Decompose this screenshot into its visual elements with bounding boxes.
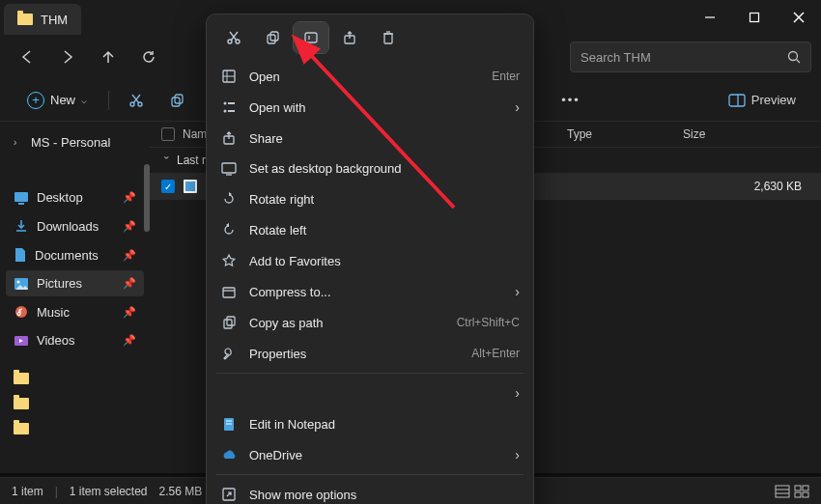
sidebar-item-music[interactable]: Music 📌 [6,298,144,325]
video-icon [14,334,29,348]
preview-icon [728,94,746,107]
preview-button[interactable]: Preview [719,87,806,113]
svg-rect-11 [175,95,183,103]
search-input[interactable]: Search THM [570,42,811,72]
menu-rotate-right[interactable]: Rotate right [207,183,533,214]
minimize-button[interactable] [688,0,732,35]
header-size[interactable]: Size [683,127,809,141]
expand-icon [220,487,238,502]
menu-label: Rotate right [249,192,520,207]
svg-rect-50 [223,288,235,297]
sidebar-folder[interactable] [6,392,144,415]
window-controls [688,0,821,35]
svg-rect-46 [228,110,235,112]
more-button[interactable]: ••• [553,83,588,118]
svg-rect-36 [305,33,317,42]
svg-rect-28 [795,492,801,497]
owner-label: MS - Personal [31,135,110,150]
sidebar-item-pictures[interactable]: Pictures 📌 [6,270,144,296]
sidebar-item-label: Videos [37,333,75,348]
menu-favorites[interactable]: Add to Favorites [207,245,533,276]
menu-label: Compress to... [249,285,503,299]
checkbox-icon[interactable]: ✓ [161,180,175,193]
music-icon [14,304,29,320]
menu-share[interactable]: Share [207,123,533,154]
select-all-checkbox[interactable] [161,127,175,141]
svg-point-19 [15,306,27,318]
chevron-right-icon: › [515,385,520,401]
sidebar: › MS - Personal Desktop 📌 Downloads 📌 Do… [0,122,150,473]
menu-shortcut: Alt+Enter [471,347,520,360]
sidebar-item-videos[interactable]: Videos 📌 [6,327,144,353]
back-button[interactable] [10,40,44,74]
svg-point-44 [224,110,227,113]
sidebar-item-label: Music [37,305,70,320]
menu-open[interactable]: Open Enter [207,61,533,92]
menu-set-background[interactable]: Set as desktop background [207,154,533,183]
svg-rect-29 [803,492,808,497]
wrench-icon [220,346,238,361]
menu-shortcut: Enter [492,70,520,83]
pin-icon: 📌 [123,277,136,290]
pin-icon: 📌 [123,191,136,204]
plus-icon: + [27,92,44,109]
rename-button[interactable] [294,22,328,53]
svg-rect-22 [185,182,195,191]
context-menu: Open Enter Open with › Share Set as desk… [206,14,534,504]
chevron-down-icon: › [161,155,172,165]
share-button[interactable] [332,22,367,53]
rotate-left-icon [220,222,238,238]
sidebar-folder[interactable] [6,367,144,390]
menu-rotate-left[interactable]: Rotate left [207,214,533,245]
menu-label: Show more options [249,488,520,502]
notepad-icon [220,416,238,432]
menu-onedrive[interactable]: OneDrive › [207,439,533,470]
copy-button[interactable] [159,83,194,118]
maximize-button[interactable] [732,0,777,35]
sidebar-item-downloads[interactable]: Downloads 📌 [6,212,144,239]
sidebar-item-label: Documents [35,248,99,263]
menu-show-more[interactable]: Show more options [207,479,533,504]
menu-properties[interactable]: Properties Alt+Enter [207,338,533,369]
cut-button[interactable] [216,22,251,53]
share-icon [220,130,238,146]
menu-compress[interactable]: Compress to... › [207,276,533,307]
svg-rect-45 [228,102,235,104]
grid-view-button[interactable] [794,485,809,498]
new-button[interactable]: + New ⌵ [15,86,99,115]
rotate-right-icon [220,191,238,207]
sidebar-item-label: Downloads [37,219,99,234]
copy-button[interactable] [255,22,290,53]
copy-path-icon [220,315,238,330]
search-placeholder: Search THM [580,50,651,65]
desktop-icon [220,162,238,176]
close-button[interactable] [777,0,821,35]
header-type[interactable]: Type [567,127,683,141]
menu-copy-path[interactable]: Copy as path Ctrl+Shift+C [207,307,533,338]
up-button[interactable] [91,40,126,74]
sidebar-owner[interactable]: › MS - Personal [6,129,144,155]
tab[interactable]: THM [4,4,81,35]
list-view-button[interactable] [775,485,790,498]
pin-icon: 📌 [123,306,136,319]
folder-icon [14,398,29,409]
image-file-icon [183,179,198,194]
pin-icon: 📌 [123,220,136,233]
folder-icon [14,373,29,384]
cut-button[interactable] [119,83,154,118]
forward-button[interactable] [50,40,85,74]
svg-rect-53 [227,317,235,325]
svg-rect-52 [224,320,232,328]
menu-submenu-placeholder[interactable]: › [207,378,533,408]
sidebar-item-desktop[interactable]: Desktop 📌 [6,184,144,210]
svg-rect-12 [729,95,745,106]
sidebar-item-documents[interactable]: Documents 📌 [6,241,144,268]
refresh-button[interactable] [131,40,166,74]
new-label: New [50,93,75,107]
delete-button[interactable] [371,22,406,53]
chevron-right-icon: › [515,99,520,115]
menu-edit-notepad[interactable]: Edit in Notepad [207,408,533,439]
menu-label: Rotate left [249,223,520,238]
sidebar-folder[interactable] [6,417,144,440]
menu-open-with[interactable]: Open with › [207,92,533,123]
